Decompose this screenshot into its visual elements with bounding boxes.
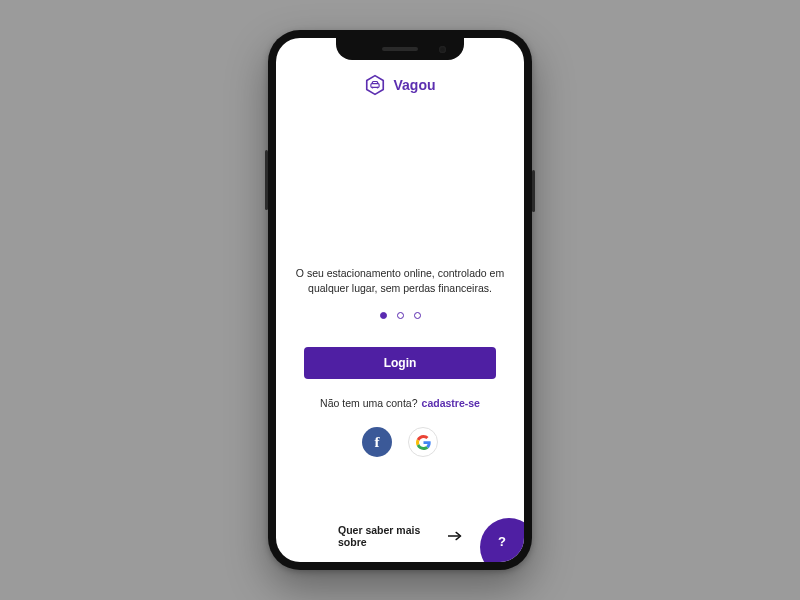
facebook-icon: f [375, 434, 380, 451]
svg-point-2 [372, 87, 374, 89]
onboarding-tagline: O seu estacionamento online, controlado … [295, 266, 505, 296]
login-button-label: Login [384, 356, 417, 370]
brand-lockup: Vagou [364, 74, 435, 96]
learn-more-link[interactable]: Quer saber mais sobre [338, 524, 462, 548]
signup-row: Não tem uma conta? cadastre-se [320, 397, 480, 409]
carousel-dot-1[interactable] [380, 312, 387, 319]
carousel-dot-2[interactable] [397, 312, 404, 319]
help-fab[interactable]: ? [480, 518, 524, 562]
social-login-row: f [362, 427, 438, 457]
phone-frame: Vagou O seu estacionamento online, contr… [268, 30, 532, 570]
svg-marker-0 [367, 76, 384, 95]
google-icon [416, 435, 431, 450]
svg-rect-1 [371, 84, 379, 88]
arrow-right-icon [448, 531, 462, 541]
brand-name: Vagou [393, 77, 435, 93]
phone-notch [336, 38, 464, 60]
front-camera [439, 46, 446, 53]
carousel-dot-3[interactable] [414, 312, 421, 319]
learn-more-label: Quer saber mais sobre [338, 524, 441, 548]
facebook-login-button[interactable]: f [362, 427, 392, 457]
signup-link[interactable]: cadastre-se [422, 397, 480, 409]
svg-point-3 [377, 87, 379, 89]
google-login-button[interactable] [408, 427, 438, 457]
carousel-dots [380, 312, 421, 319]
logo-hexagon-icon [364, 74, 386, 96]
login-button[interactable]: Login [304, 347, 496, 379]
phone-screen: Vagou O seu estacionamento online, contr… [276, 38, 524, 562]
speaker-grille [382, 47, 418, 51]
help-icon: ? [498, 534, 506, 549]
signup-prompt: Não tem uma conta? [320, 397, 417, 409]
